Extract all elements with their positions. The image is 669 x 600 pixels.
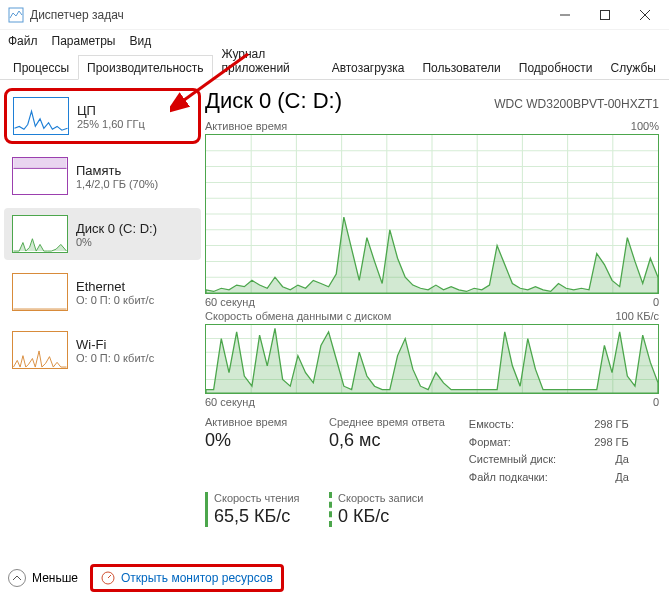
maximize-button[interactable]	[585, 1, 625, 29]
window-title: Диспетчер задач	[30, 8, 545, 22]
throughput-chart	[205, 324, 659, 394]
throughput-block: Скорость обмена данными с диском 100 КБ/…	[205, 310, 659, 408]
sidebar-item-wifi[interactable]: Wi-Fi О: 0 П: 0 кбит/с	[4, 324, 201, 376]
gauge-icon	[101, 571, 115, 585]
sidebar-cpu-title: ЦП	[77, 103, 145, 118]
stat-active-time-label: Активное время	[205, 416, 305, 428]
active-time-max: 100%	[631, 120, 659, 132]
minimize-button[interactable]	[545, 1, 585, 29]
cpu-thumbnail	[13, 97, 69, 135]
active-time-label: Активное время	[205, 120, 287, 132]
memory-thumbnail	[12, 157, 68, 195]
time-axis-left-2: 60 секунд	[205, 396, 255, 408]
menu-view[interactable]: Вид	[129, 34, 151, 48]
pagefile-label: Файл подкачки:	[469, 469, 548, 487]
capacity-value: 298 ГБ	[594, 416, 629, 434]
throughput-label: Скорость обмена данными с диском	[205, 310, 391, 322]
fewer-details-label: Меньше	[32, 571, 78, 585]
system-disk-value: Да	[615, 451, 629, 469]
stats-row-2: Скорость чтения 65,5 КБ/с Скорость запис…	[205, 492, 659, 527]
titlebar: Диспетчер задач	[0, 0, 669, 30]
tab-users[interactable]: Пользователи	[413, 55, 509, 80]
content: ЦП 25% 1,60 ГГц Память 1,4/2,0 ГБ (70%) …	[0, 80, 669, 550]
sidebar-memory-title: Память	[76, 163, 158, 178]
menubar: Файл Параметры Вид	[0, 30, 669, 52]
stat-active-time-value: 0%	[205, 430, 305, 451]
sidebar-item-memory[interactable]: Память 1,4/2,0 ГБ (70%)	[4, 150, 201, 202]
tab-startup[interactable]: Автозагрузка	[323, 55, 414, 80]
sidebar-wifi-sub: О: 0 П: 0 кбит/с	[76, 352, 154, 364]
sidebar-disk-title: Диск 0 (C: D:)	[76, 221, 157, 236]
stat-write-value: 0 КБ/с	[338, 506, 429, 527]
throughput-max: 100 КБ/с	[615, 310, 659, 322]
sidebar-item-disk[interactable]: Диск 0 (C: D:) 0%	[4, 208, 201, 260]
sidebar-item-cpu[interactable]: ЦП 25% 1,60 ГГц	[4, 88, 201, 144]
close-button[interactable]	[625, 1, 665, 29]
tab-services[interactable]: Службы	[602, 55, 665, 80]
open-resource-monitor-label: Открыть монитор ресурсов	[121, 571, 273, 585]
sidebar: ЦП 25% 1,60 ГГц Память 1,4/2,0 ГБ (70%) …	[0, 80, 205, 550]
formatted-label: Формат:	[469, 434, 511, 452]
tab-performance[interactable]: Производительность	[78, 55, 212, 80]
time-axis-right-2: 0	[653, 396, 659, 408]
sidebar-cpu-sub: 25% 1,60 ГГц	[77, 118, 145, 130]
sidebar-wifi-title: Wi-Fi	[76, 337, 154, 352]
tab-bar: Процессы Производительность Журнал прило…	[0, 52, 669, 80]
fewer-details-button[interactable]: Меньше	[8, 569, 78, 587]
stat-avg-response-label: Среднее время ответа	[329, 416, 445, 428]
sidebar-memory-sub: 1,4/2,0 ГБ (70%)	[76, 178, 158, 190]
formatted-value: 298 ГБ	[594, 434, 629, 452]
time-axis-right-1: 0	[653, 296, 659, 308]
capacity-label: Емкость:	[469, 416, 514, 434]
wifi-thumbnail	[12, 331, 68, 369]
active-time-chart	[205, 134, 659, 294]
tab-details[interactable]: Подробности	[510, 55, 602, 80]
menu-options[interactable]: Параметры	[52, 34, 116, 48]
stats-row: Активное время 0% Среднее время ответа 0…	[205, 416, 659, 486]
disk-model: WDC WD3200BPVT-00HXZT1	[494, 97, 659, 111]
main-panel: Диск 0 (C: D:) WDC WD3200BPVT-00HXZT1 Ак…	[205, 80, 669, 550]
stat-avg-response-value: 0,6 мс	[329, 430, 445, 451]
svg-line-41	[108, 575, 111, 578]
stat-read-value: 65,5 КБ/с	[214, 506, 305, 527]
svg-rect-1	[9, 8, 23, 22]
svg-rect-3	[601, 10, 610, 19]
menu-file[interactable]: Файл	[8, 34, 38, 48]
chevron-up-icon	[8, 569, 26, 587]
app-icon	[8, 7, 24, 23]
tab-app-history[interactable]: Журнал приложений	[213, 41, 323, 80]
active-time-block: Активное время 100% 60 секунд 0	[205, 120, 659, 308]
sidebar-ethernet-title: Ethernet	[76, 279, 154, 294]
sidebar-disk-sub: 0%	[76, 236, 157, 248]
time-axis-left-1: 60 секунд	[205, 296, 255, 308]
sidebar-item-ethernet[interactable]: Ethernet О: 0 П: 0 кбит/с	[4, 266, 201, 318]
sidebar-ethernet-sub: О: 0 П: 0 кбит/с	[76, 294, 154, 306]
disk-thumbnail	[12, 215, 68, 253]
svg-rect-6	[13, 158, 66, 168]
footer: Меньше Открыть монитор ресурсов	[8, 564, 284, 592]
stat-read-label: Скорость чтения	[214, 492, 305, 504]
pagefile-value: Да	[615, 469, 629, 487]
ethernet-thumbnail	[12, 273, 68, 311]
page-title: Диск 0 (C: D:)	[205, 88, 342, 114]
stat-write-label: Скорость записи	[338, 492, 429, 504]
open-resource-monitor-link[interactable]: Открыть монитор ресурсов	[90, 564, 284, 592]
system-disk-label: Системный диск:	[469, 451, 556, 469]
tab-processes[interactable]: Процессы	[4, 55, 78, 80]
disk-info: Емкость:298 ГБ Формат:298 ГБ Системный д…	[469, 416, 629, 486]
